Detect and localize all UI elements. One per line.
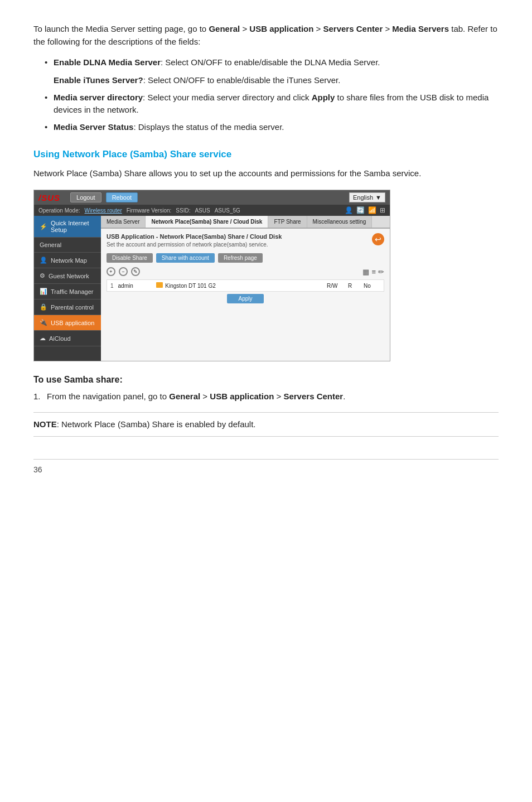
sidebar-label-guest: Guest Network [49,273,89,279]
sidebar-label-quick: Quick Internet Setup [51,220,95,233]
sidebar-item-traffic-manager[interactable]: 📊 Traffic Manager [34,284,101,299]
sidebar-label-usb: USB application [51,320,94,326]
bold-dlna: Enable DLNA Media Server [54,57,161,67]
network-map-icon: 👤 [40,257,47,264]
sidebar-label-parental: Parental control [51,304,94,311]
itunes-item: Enable iTunes Server?: Select ON/OFF to … [54,74,499,87]
router-status-bar: Operation Mode: Wireless router Firmware… [34,205,390,216]
wifi-icon: 📶 [368,206,376,214]
language-select[interactable]: English ▼ [349,192,385,202]
logout-button[interactable]: Logout [70,192,101,202]
action-buttons: Disable Share Share with account Refresh… [107,253,384,263]
step-1: 1. From the navigation panel, go to Gene… [33,390,499,403]
back-button[interactable]: ↩ [372,233,384,245]
parental-control-icon: 🔒 [40,303,47,311]
note-box: NOTE: Network Place (Samba) Share is ena… [33,412,499,437]
tab-bar: Media Server Network Place(Samba) Share … [101,216,390,229]
disable-share-button[interactable]: Disable Share [107,253,153,263]
media-status-text: : Displays the status of the media serve… [133,122,284,132]
sidebar-label-aicloud: AiCloud [49,335,71,342]
tab-misc-setting[interactable]: Miscellaneous setting [307,216,373,228]
bold-media-status: Media Server Status [54,122,133,132]
list-icon3: ✏ [378,268,384,276]
bold-apply: Apply [312,93,335,102]
router-content: USB Application - Network Place(Samba) S… [101,229,390,308]
tab-media-server[interactable]: Media Server [101,216,146,228]
bullet-media-dir: Media server directory: Select your medi… [45,91,499,117]
sidebar-label-traffic: Traffic Manager [51,288,93,295]
step-1-num: 1. [33,390,41,403]
sidebar-label-network: Network Map [51,257,87,264]
step-arrow2: > [274,392,283,401]
bold-media-dir: Media server directory [54,93,143,102]
bold-servers-center: Servers Center [323,24,383,33]
row-no: No [364,283,380,289]
row-user: admin [118,283,152,289]
bold-itunes: Enable iTunes Server? [54,75,143,85]
dlna-text: : Select ON/OFF to enable/disable the DL… [161,57,380,67]
step-bold-servers: Servers Center [283,392,343,401]
feature-list: Enable DLNA Media Server: Select ON/OFF … [45,56,499,69]
apply-btn-wrap: Apply [107,294,384,303]
wireless-router-link[interactable]: Wireless router [85,207,122,214]
bold-general: General [209,24,240,33]
router-header: /SUS Logout Reboot English ▼ [34,190,390,205]
person-icon: 👤 [345,206,353,214]
list-icon1: ▦ [362,268,369,276]
sidebar-item-aicloud[interactable]: ☁ AiCloud [34,331,101,346]
content-title: USB Application - Network Place(Samba) S… [107,233,282,240]
row-folder: Kingston DT 101 G2 [156,282,322,289]
section-para: Network Place (Samba) Share allows you t… [33,167,499,180]
apply-button[interactable]: Apply [227,294,263,303]
add-circle-icon[interactable]: + [107,267,115,276]
page-number: 36 [33,459,499,474]
quick-internet-icon: ⚡ [40,223,47,230]
reboot-button[interactable]: Reboot [106,192,138,202]
usb-icon: 🔌 [40,319,47,326]
router-main-area: Media Server Network Place(Samba) Share … [101,216,390,361]
step-arrow1: > [200,392,210,401]
sidebar-item-general[interactable]: General [34,238,101,253]
sidebar-item-parental-control[interactable]: 🔒 Parental control [34,299,101,315]
step-bold-usb: USB application [210,392,274,401]
intro-paragraph: To launch the Media Server setting page,… [33,22,499,49]
edit-circle-icon[interactable]: ✎ [131,267,140,276]
row-number: 1 [110,283,114,289]
router-ui-screenshot: /SUS Logout Reboot English ▼ Operation M… [33,190,390,361]
share-with-account-button[interactable]: Share with account [156,253,215,263]
step-1-text: From the navigation panel, go to [47,392,169,401]
status-icons: 👤 🔄 📶 ⊞ [345,206,385,214]
router-sidebar: ⚡ Quick Internet Setup General 👤 Network… [34,216,101,361]
sidebar-item-quick-internet[interactable]: ⚡ Quick Internet Setup [34,216,101,238]
row-rw: R/W [327,283,344,289]
chevron-down-icon: ▼ [375,194,381,201]
sidebar-item-usb-application[interactable]: 🔌 USB application [34,315,101,331]
cloud-icon: ☁ [40,335,46,342]
guest-network-icon: ⚙ [40,272,45,279]
media-dir-text: : Select your media server directory and… [143,93,312,102]
asus-logo: /SUS [38,193,60,202]
list-icon2: ≡ [371,268,376,276]
firmware-label: Firmware Version: [127,207,172,214]
bold-media-servers: Media Servers [392,24,449,33]
content-subtitle: Set the account and permission of networ… [107,241,282,248]
language-label: English [353,194,373,201]
grid-icon: ⊞ [380,206,385,214]
ssid-label: SSID: [176,207,190,214]
tab-network-place[interactable]: Network Place(Samba) Share / Cloud Disk [146,216,268,228]
sidebar-label-general: General [40,241,61,248]
sidebar-item-network-map[interactable]: 👤 Network Map [34,253,101,268]
table-row: 1 admin Kingston DT 101 G2 R/W R No [107,279,384,292]
refresh-icon: 🔄 [356,206,365,214]
minus-circle-icon[interactable]: − [119,267,128,276]
itunes-text: : Select ON/OFF to enable/disable the iT… [143,75,341,85]
feature-list-2: Media server directory: Select your medi… [45,91,499,134]
note-bold: NOTE [33,419,57,429]
folder-icon [156,282,163,288]
use-heading: To use Samba share: [33,375,499,385]
sidebar-item-guest-network[interactable]: ⚙ Guest Network [34,268,101,284]
note-text: : Network Place (Samba) Share is enabled… [57,419,256,429]
refresh-page-button[interactable]: Refresh page [218,253,263,263]
icon-row: + − ✎ ▦ ≡ ✏ [107,267,384,276]
tab-ftp-share[interactable]: FTP Share [268,216,307,228]
